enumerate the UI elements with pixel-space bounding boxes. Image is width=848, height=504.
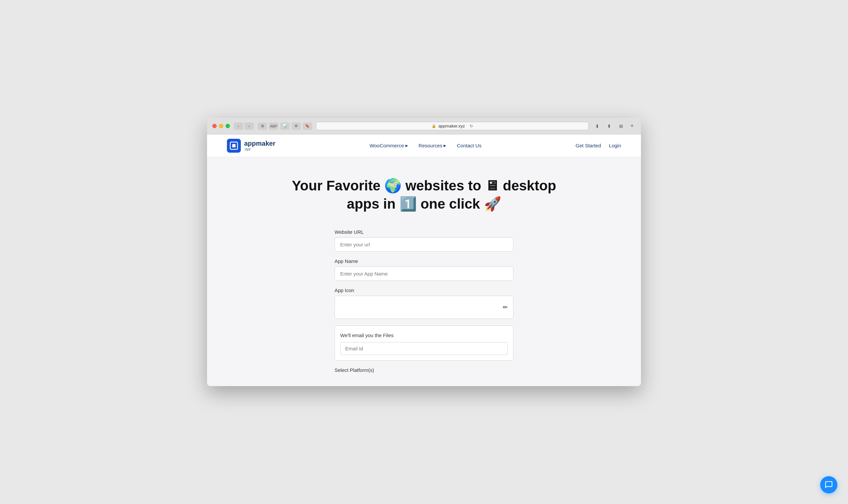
right-toolbar: ⬇ ⬆ ⊞ + — [593, 123, 636, 130]
app-icon-label: App Icon — [335, 287, 513, 293]
refresh-icon[interactable]: ↻ — [470, 124, 473, 128]
platform-label: Select Platform(s) — [335, 367, 513, 373]
back-button[interactable]: ‹ — [234, 123, 243, 130]
platform-group: Select Platform(s) — [335, 367, 513, 373]
shield-icon[interactable]: ⚙ — [292, 123, 301, 130]
pencil-icon: ✏ — [503, 304, 508, 311]
share-icon[interactable]: ⬆ — [604, 123, 614, 130]
browser-titlebar: ‹ › ⊞ ABP 📊 ⚙ 🔖 🔒 appmaker.xyz ↻ ⬇ ⬆ ⊞ + — [207, 118, 641, 134]
site-nav: appmaker .xyz WooCommerce ▶ Resources ▶ … — [207, 134, 641, 157]
app-name-label: App Name — [335, 258, 513, 264]
stats-icon[interactable]: 📊 — [280, 123, 289, 130]
login-button[interactable]: Login — [609, 143, 621, 148]
app-name-input[interactable] — [335, 267, 513, 281]
logo-text-area: appmaker .xyz — [244, 140, 276, 151]
lock-icon: 🔒 — [431, 124, 436, 128]
logo-subtext: .xyz — [244, 147, 276, 151]
nav-actions: Get Started Login — [576, 143, 621, 148]
nav-links: WooCommerce ▶ Resources ▶ Contact Us — [370, 143, 482, 148]
nav-buttons: ‹ › — [234, 123, 254, 130]
hero-title: Your Favorite 🌍 websites to 🖥 desktop ap… — [288, 177, 560, 213]
app-name-group: App Name — [335, 258, 513, 281]
tab-icon[interactable]: ⊞ — [258, 123, 267, 130]
app-icon-upload[interactable]: ✏ — [335, 296, 513, 319]
woocommerce-nav-link[interactable]: WooCommerce ▶ — [370, 143, 408, 148]
url-text: appmaker.xyz — [438, 124, 465, 128]
form-container: Website URL App Name App Icon ✏ — [335, 229, 513, 373]
email-section: We'll email you the Files — [335, 325, 513, 361]
website-url-input[interactable] — [335, 237, 513, 252]
svg-rect-1 — [232, 144, 235, 147]
website-url-group: Website URL — [335, 229, 513, 252]
page-content: appmaker .xyz WooCommerce ▶ Resources ▶ … — [207, 134, 641, 386]
logo[interactable]: appmaker .xyz — [227, 139, 276, 152]
chat-button[interactable] — [820, 476, 837, 493]
toolbar-icons: ⊞ ABP 📊 ⚙ 🔖 — [258, 123, 312, 130]
browser-window: ‹ › ⊞ ABP 📊 ⚙ 🔖 🔒 appmaker.xyz ↻ ⬇ ⬆ ⊞ + — [207, 118, 641, 386]
chevron-icon: ▶ — [444, 144, 446, 147]
adblock-icon[interactable]: ABP — [269, 123, 278, 130]
minimize-button[interactable] — [219, 124, 223, 128]
chat-icon — [825, 481, 833, 489]
resources-nav-link[interactable]: Resources ▶ — [419, 143, 446, 148]
new-tab-button[interactable]: + — [629, 123, 636, 130]
address-bar[interactable]: 🔒 appmaker.xyz ↻ — [316, 122, 589, 130]
get-started-button[interactable]: Get Started — [576, 143, 601, 148]
logo-icon — [227, 139, 241, 152]
logo-name: appmaker — [244, 140, 276, 147]
close-button[interactable] — [212, 124, 217, 128]
app-icon-group: App Icon ✏ — [335, 287, 513, 319]
maximize-button[interactable] — [226, 124, 230, 128]
contact-nav-link[interactable]: Contact Us — [457, 143, 481, 148]
main-content: Your Favorite 🌍 websites to 🖥 desktop ap… — [207, 157, 641, 386]
chevron-icon: ▶ — [405, 144, 408, 147]
forward-button[interactable]: › — [245, 123, 254, 130]
traffic-lights — [212, 124, 230, 128]
pocket-icon[interactable]: 🔖 — [303, 123, 312, 130]
grid-icon[interactable]: ⊞ — [616, 123, 626, 130]
website-url-label: Website URL — [335, 229, 513, 235]
email-input[interactable] — [340, 342, 508, 355]
download-icon[interactable]: ⬇ — [593, 123, 602, 130]
email-section-title: We'll email you the Files — [340, 332, 508, 338]
